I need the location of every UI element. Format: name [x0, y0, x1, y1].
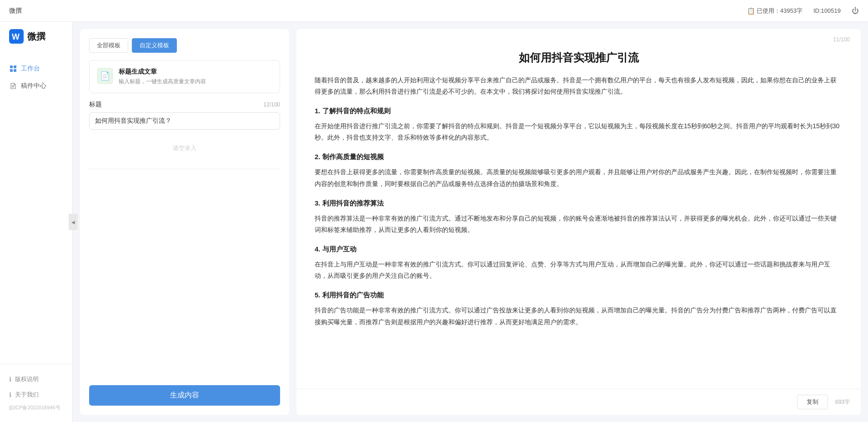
top-bar: 微撰 📋 已使用：43953字 ID:100519 ⏻ — [0, 0, 868, 22]
svg-rect-3 — [14, 65, 16, 68]
sidebar: W 微撰 工作台 — [0, 22, 73, 422]
field-label: 标题 — [89, 100, 102, 109]
copy-button[interactable]: 复制 — [797, 395, 828, 409]
article-content: 随着抖音的普及，越来越多的人开始利用这个短视频分享平台来推广自己的产品或服务。抖… — [296, 75, 861, 415]
id-info: ID:100519 — [813, 7, 841, 14]
article-section-heading: 4. 与用户互动 — [315, 243, 843, 255]
sidebar-item-workbench[interactable]: 工作台 — [0, 60, 72, 77]
divider — [89, 169, 280, 169]
svg-rect-4 — [10, 69, 13, 72]
sidebar-collapse-button[interactable]: ◀ — [69, 214, 78, 230]
extra-placeholder-hint: 请空录入 — [89, 137, 280, 160]
logo-area: W 微撰 — [0, 22, 72, 51]
copyright-label: 版权说明 — [15, 375, 39, 383]
tab-custom-templates[interactable]: 自定义模板 — [132, 38, 177, 53]
field-label-row: 标题 12/100 — [89, 100, 280, 109]
grid-icon — [9, 65, 17, 73]
sidebar-item-drafts[interactable]: 稿件中心 — [0, 77, 72, 95]
usage-info: 📋 已使用：43953字 — [747, 7, 803, 15]
article-paragraph: 要想在抖音上获得更多的流量，你需要制作高质量的短视频。高质量的短视频能够吸引更多… — [315, 166, 843, 189]
generate-button[interactable]: 生成内容 — [89, 385, 280, 406]
svg-rect-5 — [14, 69, 16, 72]
svg-rect-2 — [10, 65, 13, 68]
sidebar-nav: 工作台 稿件中心 — [0, 51, 72, 364]
field-count: 12/100 — [263, 101, 280, 108]
sidebar-item-about[interactable]: ℹ 关于我们 — [0, 387, 72, 402]
top-bar-right: 📋 已使用：43953字 ID:100519 ⏻ — [747, 7, 859, 15]
left-panel: 全部模板 自定义模板 📄 标题生成文章 输入标题，一键生成高质量文章内容 标题 … — [80, 29, 289, 415]
sidebar-item-copyright[interactable]: ℹ 版权说明 — [0, 372, 72, 387]
document-emoji-icon: 📄 — [100, 71, 110, 81]
tab-all-templates[interactable]: 全部模板 — [89, 38, 128, 53]
article-section-heading: 5. 利用抖音的广告功能 — [315, 289, 843, 301]
logo-text: 微撰 — [27, 30, 45, 43]
article-paragraph: 抖音的广告功能是一种非常有效的推广引流方式。你可以通过广告投放来让更多的人看到你… — [315, 305, 843, 327]
field-section-title: 标题 12/100 — [89, 100, 280, 130]
info-circle-icon-about: ℹ — [9, 391, 11, 398]
right-panel-header: 11/100 — [296, 29, 861, 43]
article-section-heading: 2. 制作高质量的短视频 — [315, 151, 843, 163]
right-panel-footer: 复制 693字 — [296, 389, 861, 415]
svg-text:W: W — [12, 32, 20, 41]
icp-text: 皖ICP备2022016946号 — [0, 402, 72, 415]
title-input[interactable] — [89, 112, 280, 130]
power-icon[interactable]: ⏻ — [852, 7, 859, 15]
template-name: 标题生成文章 — [119, 68, 206, 76]
sidebar-label-drafts: 稿件中心 — [21, 82, 46, 90]
sidebar-label-workbench: 工作台 — [21, 65, 40, 73]
sidebar-footer: ℹ 版权说明 ℹ 关于我们 皖ICP备2022016946号 — [0, 364, 72, 422]
file-icon — [9, 82, 17, 90]
article-paragraph: 随着抖音的普及，越来越多的人开始利用这个短视频分享平台来推广自己的产品或服务。抖… — [315, 75, 843, 97]
usage-text: 已使用：43953字 — [757, 7, 803, 15]
template-tabs: 全部模板 自定义模板 — [89, 38, 280, 53]
article-section-heading: 1. 了解抖音的特点和规则 — [315, 105, 843, 117]
logo-icon: W — [9, 29, 24, 44]
template-info: 标题生成文章 输入标题，一键生成高质量文章内容 — [119, 68, 206, 85]
document-icon: 📋 — [747, 7, 755, 15]
article-title: 如何用抖音实现推广引流 — [296, 43, 861, 75]
article-paragraph: 在抖音上与用户互动是一种非常有效的推广引流方式。你可以通过回复评论、点赞、分享等… — [315, 259, 843, 281]
top-bar-title: 微撰 — [9, 7, 22, 15]
article-paragraph: 抖音的推荐算法是一种非常有效的推广引流方式。通过不断地发布和分享自己的短视频，你… — [315, 213, 843, 236]
page-count: 11/100 — [833, 36, 850, 43]
template-card[interactable]: 📄 标题生成文章 输入标题，一键生成高质量文章内容 — [89, 60, 280, 93]
article-section-heading: 3. 利用抖音的推荐算法 — [315, 197, 843, 209]
main-layout: W 微撰 工作台 — [0, 22, 868, 422]
info-circle-icon-copyright: ℹ — [9, 376, 11, 383]
content-area: 全部模板 自定义模板 📄 标题生成文章 输入标题，一键生成高质量文章内容 标题 … — [73, 22, 868, 422]
article-paragraph: 在开始使用抖音进行推广引流之前，你需要了解抖音的特点和规则。抖音是一个短视频分享… — [315, 121, 843, 143]
word-count: 693字 — [835, 398, 850, 406]
template-desc: 输入标题，一键生成高质量文章内容 — [119, 78, 206, 85]
right-panel: 11/100 如何用抖音实现推广引流 随着抖音的普及，越来越多的人开始利用这个短… — [296, 29, 861, 415]
template-card-icon: 📄 — [97, 68, 113, 84]
about-label: 关于我们 — [15, 391, 39, 399]
